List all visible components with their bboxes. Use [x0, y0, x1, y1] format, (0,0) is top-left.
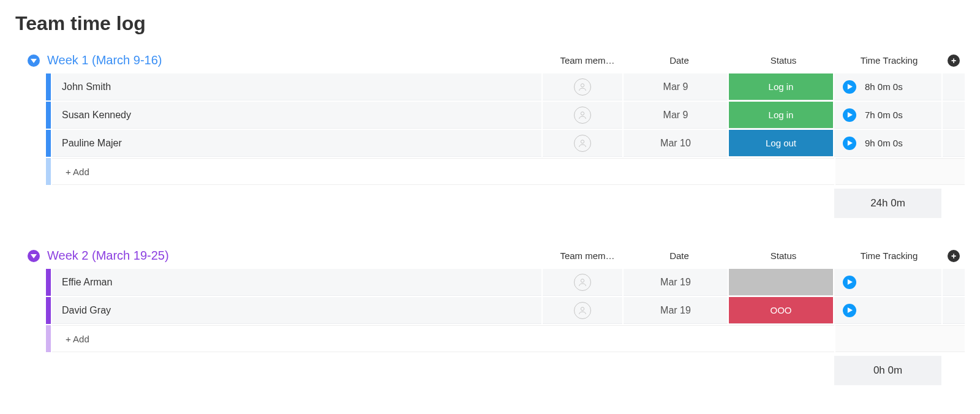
team-member-cell[interactable]: [543, 269, 622, 296]
avatar-icon: [574, 107, 591, 124]
row-color-bar: [46, 297, 51, 324]
task-name-cell[interactable]: Effie Arman: [52, 269, 541, 296]
column-header-team-member[interactable]: Team mem…: [548, 250, 627, 261]
status-cell[interactable]: Log in: [729, 73, 833, 100]
svg-marker-9: [848, 279, 853, 285]
group-title[interactable]: Week 1 (March 9-16): [47, 53, 162, 67]
task-name-cell[interactable]: David Gray: [52, 297, 541, 324]
group-title[interactable]: Week 2 (March 19-25): [47, 249, 169, 263]
date-cell[interactable]: Mar 19: [624, 269, 728, 296]
row-color-bar: [46, 73, 51, 100]
time-tracking-cell[interactable]: [834, 269, 941, 296]
add-task-button[interactable]: + Add: [52, 158, 834, 185]
add-row-tail: [835, 325, 965, 352]
svg-point-5: [581, 140, 584, 143]
date-cell[interactable]: Mar 10: [624, 130, 728, 157]
svg-marker-11: [848, 307, 853, 313]
status-cell[interactable]: Log out: [729, 130, 833, 157]
column-header-team-member[interactable]: Team mem…: [548, 55, 627, 66]
table-row[interactable]: David Gray Mar 19 OOO: [46, 297, 965, 324]
page-title: Team time log: [15, 12, 965, 35]
add-row-tail: [835, 158, 965, 185]
row-end-cell: [943, 269, 965, 296]
team-member-cell[interactable]: [543, 102, 622, 129]
svg-point-10: [581, 307, 584, 310]
row-color-bar: [46, 102, 51, 129]
row-end-cell: [943, 297, 965, 324]
svg-marker-0: [31, 59, 37, 63]
row-color-bar: [46, 269, 51, 296]
play-icon[interactable]: [843, 80, 856, 94]
column-header-time-tracking[interactable]: Time Tracking: [835, 250, 943, 261]
add-column-button[interactable]: +: [948, 250, 960, 262]
play-icon[interactable]: [843, 108, 856, 122]
task-name-cell[interactable]: Susan Kennedy: [52, 102, 541, 129]
team-member-cell[interactable]: [543, 297, 622, 324]
svg-point-1: [581, 83, 584, 86]
svg-point-3: [581, 111, 584, 115]
date-cell[interactable]: Mar 19: [624, 297, 728, 324]
row-end-cell: [943, 73, 965, 100]
svg-marker-4: [848, 112, 853, 118]
avatar-icon: [574, 274, 591, 291]
collapse-icon[interactable]: [28, 250, 40, 262]
play-icon[interactable]: [843, 276, 856, 289]
play-icon[interactable]: [843, 137, 856, 150]
row-end-cell: [943, 102, 965, 129]
date-cell[interactable]: Mar 9: [624, 73, 728, 100]
avatar-icon: [574, 78, 591, 96]
status-cell[interactable]: Log in: [729, 102, 833, 129]
table-row[interactable]: Susan Kennedy Mar 9 Log in 7h 0m 0s: [46, 102, 965, 129]
task-name-cell[interactable]: Pauline Majer: [52, 130, 541, 157]
row-color-bar: [46, 158, 51, 185]
time-tracking-total: 24h 0m: [834, 189, 941, 218]
time-tracking-value: 7h 0m 0s: [865, 110, 903, 120]
time-tracking-total: 0h 0m: [834, 356, 941, 385]
table-row[interactable]: John Smith Mar 9 Log in 8h 0m 0s: [46, 73, 965, 100]
status-cell[interactable]: OOO: [729, 297, 833, 324]
table-row[interactable]: Effie Arman Mar 19: [46, 269, 965, 296]
column-header-date[interactable]: Date: [627, 55, 731, 66]
svg-point-8: [581, 279, 584, 282]
avatar-icon: [574, 135, 591, 152]
row-end-cell: [943, 130, 965, 157]
time-tracking-cell[interactable]: 8h 0m 0s: [834, 73, 941, 100]
column-header-status[interactable]: Status: [731, 55, 835, 66]
time-tracking-cell[interactable]: [834, 297, 941, 324]
column-header-status[interactable]: Status: [731, 250, 835, 261]
time-tracking-cell[interactable]: 9h 0m 0s: [834, 130, 941, 157]
time-tracking-value: 9h 0m 0s: [865, 138, 903, 148]
task-name-cell[interactable]: John Smith: [52, 73, 541, 100]
date-cell[interactable]: Mar 9: [624, 102, 728, 129]
add-task-button[interactable]: + Add: [52, 325, 834, 352]
time-tracking-value: 8h 0m 0s: [865, 81, 903, 92]
svg-marker-2: [848, 84, 853, 89]
time-tracking-cell[interactable]: 7h 0m 0s: [834, 102, 941, 129]
add-column-button[interactable]: +: [948, 55, 960, 67]
team-member-cell[interactable]: [543, 130, 622, 157]
collapse-icon[interactable]: [28, 55, 40, 67]
svg-marker-6: [848, 140, 853, 146]
row-color-bar: [46, 130, 51, 157]
team-member-cell[interactable]: [543, 73, 622, 100]
table-row[interactable]: Pauline Majer Mar 10 Log out 9h 0m 0s: [46, 130, 965, 157]
status-cell[interactable]: [729, 269, 833, 296]
play-icon[interactable]: [843, 304, 856, 317]
row-color-bar: [46, 325, 51, 352]
column-header-time-tracking[interactable]: Time Tracking: [835, 55, 943, 66]
svg-marker-7: [31, 254, 37, 258]
avatar-icon: [574, 302, 591, 319]
column-header-date[interactable]: Date: [627, 250, 731, 261]
